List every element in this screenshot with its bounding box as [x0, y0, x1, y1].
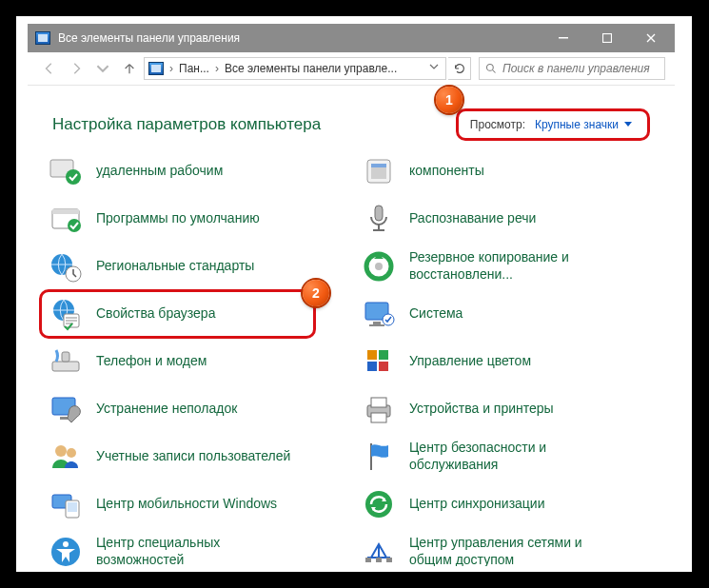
close-button[interactable] — [629, 24, 673, 52]
svg-point-40 — [63, 541, 69, 547]
item-troubleshooting[interactable]: Устранение неполадок — [41, 386, 354, 432]
svg-rect-41 — [365, 558, 371, 562]
item-system[interactable]: Система — [354, 291, 667, 337]
item-label: Свойства браузера — [96, 305, 215, 323]
item-label: Программы по умолчанию — [96, 210, 260, 227]
item-security-maintenance[interactable]: Центр безопасности и обслуживания — [354, 434, 667, 480]
control-panel-window: Все элементы панели управления › Пан... … — [28, 24, 675, 566]
recent-dropdown[interactable] — [90, 56, 115, 81]
item-remote-desktop[interactable]: удаленным рабочим — [41, 148, 354, 194]
svg-rect-11 — [375, 206, 383, 221]
chevron-right-icon: › — [167, 62, 175, 75]
svg-rect-27 — [379, 362, 388, 371]
item-sync-center[interactable]: Центр синхронизации — [354, 481, 667, 527]
breadcrumb-segment[interactable]: Пан... — [179, 62, 209, 75]
globe-clock-icon — [49, 249, 83, 284]
svg-rect-7 — [371, 164, 386, 167]
item-label: Центр мобильности Windows — [96, 496, 277, 513]
item-phone-modem[interactable]: Телефон и модем — [41, 339, 354, 384]
item-backup-restore[interactable]: Резервное копирование и восстановлени... — [354, 244, 667, 289]
svg-rect-31 — [371, 398, 386, 407]
user-accounts-icon — [49, 440, 83, 474]
item-ease-of-access[interactable]: Центр специальных возможностей — [41, 529, 354, 566]
components-icon — [362, 154, 396, 188]
search-icon — [485, 63, 497, 74]
ease-of-access-icon — [49, 535, 83, 566]
item-user-accounts[interactable]: Учетные записи пользователей — [41, 434, 354, 480]
item-components[interactable]: компоненты — [354, 148, 667, 194]
svg-rect-25 — [379, 350, 388, 360]
up-button[interactable] — [117, 56, 142, 81]
item-mobility-center[interactable]: Центр мобильности Windows — [41, 481, 354, 527]
backup-icon — [362, 249, 396, 284]
item-speech-recognition[interactable]: Распознавание речи — [354, 196, 667, 242]
control-panel-mini-icon — [148, 62, 164, 75]
svg-rect-26 — [367, 362, 377, 371]
item-devices-printers[interactable]: Устройства и принтеры — [354, 386, 667, 432]
maximize-button[interactable] — [585, 24, 629, 52]
control-panel-icon — [35, 31, 50, 45]
svg-rect-43 — [386, 558, 392, 562]
item-label: Центр управления сетями и общим доступом — [409, 535, 619, 566]
svg-point-15 — [375, 263, 383, 270]
page-title: Настройка параметров компьютера — [52, 115, 321, 134]
svg-rect-32 — [371, 413, 386, 422]
svg-rect-23 — [62, 352, 69, 362]
chevron-down-icon — [624, 122, 632, 127]
flag-icon — [362, 440, 396, 474]
item-label: Учетные записи пользователей — [96, 448, 290, 465]
svg-rect-42 — [376, 558, 382, 562]
item-network-sharing[interactable]: Центр управления сетями и общим доступом — [354, 529, 667, 566]
search-box[interactable] — [479, 57, 665, 80]
default-programs-icon — [49, 202, 83, 236]
refresh-button[interactable] — [448, 57, 471, 80]
item-label: Устройства и принтеры — [409, 401, 554, 418]
forward-button[interactable] — [64, 56, 89, 81]
remote-desktop-icon — [49, 154, 83, 188]
annotation-badge-1: 1 — [436, 87, 463, 113]
svg-point-33 — [55, 445, 67, 457]
view-label: Просмотр: — [470, 118, 525, 131]
annotation-badge-2: 2 — [303, 280, 329, 306]
svg-rect-37 — [68, 502, 77, 512]
window-title: Все элементы панели управления — [58, 31, 542, 45]
svg-rect-29 — [60, 417, 68, 420]
item-label: Региональные стандарты — [96, 258, 254, 275]
item-default-programs[interactable]: Программы по умолчанию — [41, 196, 354, 242]
item-label: Устранение неполадок — [96, 401, 237, 418]
svg-rect-20 — [369, 324, 384, 326]
item-color-management[interactable]: Управление цветом — [354, 339, 667, 384]
item-internet-options-highlight: Свойства браузера 2 — [41, 291, 354, 337]
svg-point-10 — [68, 219, 81, 232]
item-label: Центр безопасности и обслуживания — [409, 440, 619, 473]
address-bar[interactable]: › Пан... › Все элементы панели управле..… — [144, 57, 446, 80]
address-dropdown-icon[interactable] — [426, 59, 442, 77]
page-header: Настройка параметров компьютера 1 Просмо… — [28, 86, 675, 145]
item-label: удаленным рабочим — [96, 163, 223, 180]
item-label: Резервное копирование и восстановлени... — [409, 249, 619, 283]
titlebar: Все элементы панели управления — [28, 24, 675, 52]
item-label: Распознавание речи — [409, 210, 536, 227]
sync-icon — [362, 487, 396, 521]
item-label: компоненты — [409, 163, 484, 180]
svg-rect-0 — [559, 37, 568, 39]
svg-rect-19 — [373, 322, 381, 324]
minimize-button[interactable] — [542, 24, 585, 52]
items-grid: удаленным рабочим компоненты Программы п… — [28, 145, 675, 566]
svg-rect-1 — [603, 34, 612, 43]
chevron-right-icon: › — [213, 62, 221, 75]
color-management-icon — [362, 344, 396, 379]
network-sharing-icon — [362, 535, 396, 566]
svg-rect-9 — [52, 209, 79, 214]
view-mode-dropdown[interactable]: Крупные значки — [535, 118, 632, 131]
back-button[interactable] — [37, 56, 62, 81]
search-input[interactable] — [502, 62, 659, 75]
mobility-center-icon — [49, 487, 83, 521]
internet-options-icon — [49, 297, 83, 331]
screenshot-frame: Все элементы панели управления › Пан... … — [11, 11, 697, 577]
item-label: Центр специальных возможностей — [96, 535, 305, 566]
nav-row: › Пан... › Все элементы панели управле..… — [28, 52, 675, 86]
svg-point-38 — [365, 491, 392, 518]
item-label: Центр синхронизации — [409, 496, 545, 513]
breadcrumb-segment[interactable]: Все элементы панели управле... — [225, 62, 397, 75]
